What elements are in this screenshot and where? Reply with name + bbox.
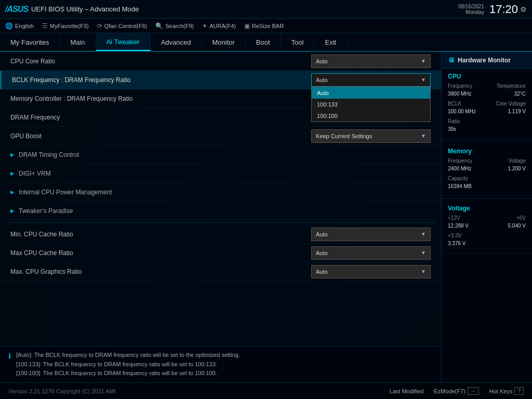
- hw-12v-row: +12V +5V: [448, 215, 526, 221]
- hw-33v-value: 3.376 V: [448, 241, 466, 246]
- hw-cpu-title: CPU: [448, 73, 526, 80]
- header-title: UEFI BIOS Utility – Advanced Mode: [31, 5, 139, 13]
- hw-memory-section: Memory Frequency Voltage 2400 MHz 1.200 …: [442, 143, 532, 196]
- info-panel: ℹ [Auto]: The BCLK frequency to DRAM fre…: [0, 346, 441, 382]
- memory-ctrl-label: Memory Controller : DRAM Frequency Ratio: [10, 95, 311, 102]
- dropdown-open-arrow-icon: ▼: [421, 77, 426, 83]
- bclk-dram-dropdown[interactable]: Auto ▼: [311, 73, 431, 87]
- qfan-button[interactable]: ⟳ Qfan Control(F6): [97, 22, 148, 30]
- hw-monitor-header: 🖥 Hardware Monitor: [442, 52, 532, 69]
- hw-monitor-title: Hardware Monitor: [458, 57, 511, 64]
- info-line-1: [Auto]: The BCLK frequency to DRAM frequ…: [16, 351, 240, 360]
- gpu-boost-label: GPU Boost: [10, 132, 311, 140]
- min-cpu-cache-dropdown[interactable]: Auto ▼: [311, 228, 431, 241]
- min-cpu-cache-label: Min. CPU Cache Ratio: [10, 231, 311, 238]
- nav-exit[interactable]: Exit: [314, 33, 347, 51]
- hw-33v-label: +3.3V: [448, 233, 461, 238]
- hw-divider-1: [442, 141, 532, 141]
- cpu-power-label: Internal CPU Power Management: [19, 189, 431, 196]
- navbar: My Favorites Main Ai Tweaker Advanced Mo…: [0, 33, 532, 52]
- max-cpu-cache-label: Max CPU Cache Ratio: [10, 249, 311, 257]
- logo: /ASUS UEFI BIOS Utility – Advanced Mode: [5, 5, 139, 14]
- bclk-dram-control: Auto ▼ Auto 100:133 100:100: [311, 73, 431, 87]
- info-text: [Auto]: The BCLK frequency to DRAM frequ…: [16, 351, 240, 378]
- settings-icon[interactable]: ⚙: [520, 5, 527, 14]
- ez-mode-button[interactable]: EzMode(F7) →: [434, 387, 479, 395]
- hw-ratio-val-row: 39x: [448, 126, 526, 132]
- bclk-option-100-133[interactable]: 100:133: [312, 99, 430, 110]
- nav-monitor[interactable]: Monitor: [202, 33, 246, 51]
- bclk-dram-dropdown-list: Auto 100:133 100:100: [311, 87, 431, 122]
- cpu-core-ratio-control: Auto ▼: [311, 55, 431, 68]
- date-time: 08/16/2021 Monday: [458, 4, 484, 15]
- cpu-power-row[interactable]: ▶ Internal CPU Power Management: [0, 183, 441, 202]
- toolbar: 🌐 English ☰ MyFavorite(F3) ⟳ Qfan Contro…: [0, 19, 532, 33]
- hw-core-voltage-label: Core Voltage: [496, 101, 526, 107]
- tweaker-paradise-row[interactable]: ▶ Tweaker's Paradise: [0, 202, 441, 220]
- bclk-option-auto[interactable]: Auto: [312, 87, 430, 99]
- nav-tool[interactable]: Tool: [281, 33, 315, 51]
- bclk-dram-ratio-label: BCLK Frequency : DRAM Frequency Ratio: [12, 76, 311, 84]
- max-cpu-graphics-dropdown[interactable]: Auto ▼: [311, 265, 431, 278]
- nav-advanced[interactable]: Advanced: [151, 33, 202, 51]
- ez-mode-arrow-icon: →: [468, 387, 479, 395]
- min-cpu-cache-control: Auto ▼: [311, 228, 431, 241]
- hw-mem-freq-value: 2400 MHz: [448, 166, 472, 171]
- hw-core-voltage-value: 1.119 V: [508, 109, 526, 114]
- info-icon: ℹ: [8, 352, 11, 360]
- info-line-2: [100:133]: The BCLK frequency to DRAM fr…: [16, 360, 240, 369]
- content-area: CPU Core Ratio Auto ▼ BCLK Frequency : D…: [0, 52, 532, 382]
- max-cpu-cache-control: Auto ▼: [311, 246, 431, 260]
- hw-ratio-value: 39x: [448, 126, 456, 132]
- last-modified-button[interactable]: Last Modified: [390, 387, 423, 395]
- globe-icon: 🌐: [5, 22, 13, 30]
- max-cache-arrow-icon: ▼: [421, 250, 426, 256]
- hw-bclk-row: BCLK Core Voltage: [448, 101, 526, 107]
- last-modified-label: Last Modified: [390, 388, 423, 394]
- max-cpu-cache-dropdown[interactable]: Auto ▼: [311, 246, 431, 260]
- hw-capacity-value: 16384 MB: [448, 183, 472, 189]
- hw-cpu-freq-value: 3900 MHz: [448, 91, 472, 97]
- header: /ASUS UEFI BIOS Utility – Advanced Mode …: [0, 0, 532, 19]
- nav-ai-tweaker[interactable]: Ai Tweaker: [96, 33, 151, 51]
- settings-panel: CPU Core Ratio Auto ▼ BCLK Frequency : D…: [0, 52, 441, 382]
- resize-button[interactable]: ▣ ReSize BAR: [244, 22, 284, 30]
- aura-button[interactable]: ✦ AURA(F4): [202, 22, 236, 30]
- cpu-core-ratio-row: CPU Core Ratio Auto ▼: [0, 52, 441, 71]
- hw-cpu-freq-label: Frequency: [448, 83, 472, 89]
- expand-tweaker-icon: ▶: [10, 208, 15, 214]
- hw-mem-freq-label: Frequency: [448, 158, 472, 164]
- hw-memory-title: Memory: [448, 148, 526, 155]
- monitor-icon: 🖥: [448, 56, 455, 64]
- expand-digi-icon: ▶: [10, 170, 15, 176]
- aura-label: AURA(F4): [209, 23, 236, 29]
- bclk-option-100-100[interactable]: 100:100: [312, 110, 430, 122]
- hot-keys-button[interactable]: Hot Keys ?: [489, 387, 524, 395]
- language-button[interactable]: 🌐 English: [5, 22, 34, 30]
- hw-12v-value: 12.288 V: [448, 223, 469, 229]
- hw-bclk-value: 100.00 MHz: [448, 109, 476, 114]
- resize-label: ReSize BAR: [252, 23, 284, 29]
- dram-timing-row[interactable]: ▶ DRAM Timing Control: [0, 145, 441, 164]
- menu-icon: ☰: [42, 22, 48, 30]
- dropdown-arrow-icon: ▼: [421, 58, 426, 64]
- max-cpu-graphics-control: Auto ▼: [311, 265, 431, 278]
- myfavorite-button[interactable]: ☰ MyFavorite(F3): [42, 22, 89, 30]
- nav-boot[interactable]: Boot: [246, 33, 281, 51]
- hw-cpu-temp-value: 32°C: [514, 91, 526, 97]
- hw-monitor-panel: 🖥 Hardware Monitor CPU Frequency Tempera…: [441, 52, 532, 382]
- nav-main[interactable]: Main: [60, 33, 96, 51]
- asus-logo: /ASUS: [5, 5, 28, 14]
- gpu-boost-dropdown[interactable]: Keep Current Settings ▼: [311, 129, 431, 143]
- day: Monday: [466, 9, 484, 15]
- cpu-core-ratio-label: CPU Core Ratio: [10, 58, 311, 65]
- hw-mem-voltage-value: 1.200 V: [508, 166, 526, 171]
- cpu-core-ratio-dropdown[interactable]: Auto ▼: [311, 55, 431, 68]
- hw-capacity-label: Capacity: [448, 176, 468, 181]
- digi-vrm-row[interactable]: ▶ DIGI+ VRM: [0, 164, 441, 183]
- nav-my-favorites[interactable]: My Favorites: [0, 33, 60, 51]
- hw-cpu-section: CPU Frequency Temperature 3900 MHz 32°C …: [442, 69, 532, 139]
- hw-bclk-label: BCLK: [448, 101, 461, 107]
- footer-actions: Last Modified EzMode(F7) → Hot Keys ?: [390, 387, 524, 395]
- search-button[interactable]: 🔍 Search(F9): [155, 22, 194, 30]
